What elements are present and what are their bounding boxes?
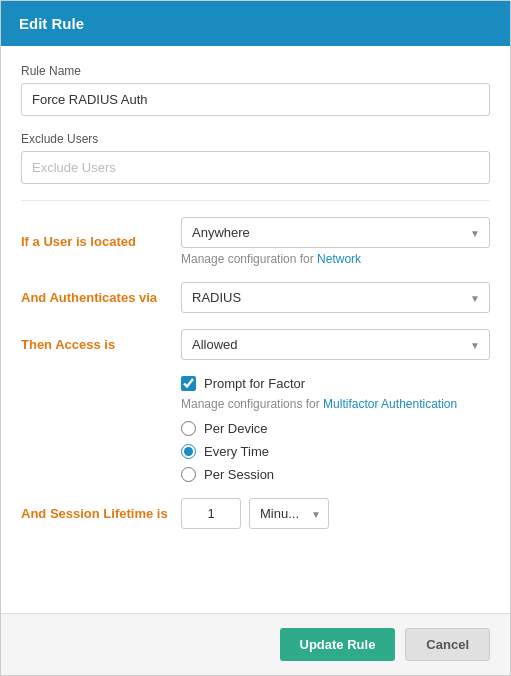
per-session-radio[interactable]	[181, 467, 196, 482]
authenticates-select-wrapper: RADIUS	[181, 282, 490, 313]
update-rule-button[interactable]: Update Rule	[280, 628, 396, 661]
frequency-radio-group: Per Device Every Time Per Session	[181, 421, 490, 482]
session-lifetime-content: Minu... Hours Days	[181, 498, 490, 529]
session-controls: Minu... Hours Days	[181, 498, 490, 529]
edit-rule-modal: Edit Rule Rule Name Exclude Users If a U…	[0, 0, 511, 676]
access-label: Then Access is	[21, 337, 181, 352]
session-unit-select-wrapper: Minu... Hours Days	[249, 498, 329, 529]
prompt-factor-checkbox[interactable]	[181, 376, 196, 391]
access-select[interactable]: Allowed	[181, 329, 490, 360]
rule-name-input[interactable]	[21, 83, 490, 116]
network-link[interactable]: Network	[317, 252, 361, 266]
exclude-users-label: Exclude Users	[21, 132, 490, 146]
authenticates-label: And Authenticates via	[21, 290, 181, 305]
exclude-users-group: Exclude Users	[21, 132, 490, 184]
user-located-select-wrapper: Anywhere	[181, 217, 490, 248]
modal-body: Rule Name Exclude Users If a User is loc…	[1, 46, 510, 613]
rule-name-label: Rule Name	[21, 64, 490, 78]
authenticates-row: And Authenticates via RADIUS	[21, 282, 490, 313]
manage-mfa-text: Manage configurations for	[181, 397, 320, 411]
prompt-factor-section: Prompt for Factor Manage configurations …	[181, 376, 490, 482]
manage-mfa-link-row: Manage configurations for Multifactor Au…	[181, 397, 490, 411]
modal-header: Edit Rule	[1, 1, 510, 46]
access-select-wrapper: Allowed	[181, 329, 490, 360]
every-time-radio[interactable]	[181, 444, 196, 459]
access-content: Allowed	[181, 329, 490, 360]
per-device-radio[interactable]	[181, 421, 196, 436]
session-lifetime-input[interactable]	[181, 498, 241, 529]
prompt-factor-row: Prompt for Factor	[181, 376, 490, 391]
prompt-factor-label: Prompt for Factor	[204, 376, 305, 391]
user-located-label: If a User is located	[21, 234, 181, 249]
authenticates-select[interactable]: RADIUS	[181, 282, 490, 313]
per-device-row: Per Device	[181, 421, 490, 436]
user-located-select[interactable]: Anywhere	[181, 217, 490, 248]
authenticates-content: RADIUS	[181, 282, 490, 313]
rule-name-group: Rule Name	[21, 64, 490, 116]
divider-1	[21, 200, 490, 201]
session-unit-select[interactable]: Minu... Hours Days	[249, 498, 329, 529]
per-session-row: Per Session	[181, 467, 490, 482]
mfa-link[interactable]: Multifactor Authentication	[323, 397, 457, 411]
user-located-content: Anywhere Manage configuration for Networ…	[181, 217, 490, 266]
exclude-users-input[interactable]	[21, 151, 490, 184]
modal-footer: Update Rule Cancel	[1, 613, 510, 675]
session-lifetime-label: And Session Lifetime is	[21, 506, 181, 521]
session-lifetime-row: And Session Lifetime is Minu... Hours Da…	[21, 498, 490, 529]
per-session-label: Per Session	[204, 467, 274, 482]
manage-network-link-row: Manage configuration for Network	[181, 252, 490, 266]
cancel-button[interactable]: Cancel	[405, 628, 490, 661]
manage-network-text: Manage configuration for	[181, 252, 314, 266]
access-row: Then Access is Allowed	[21, 329, 490, 360]
every-time-row: Every Time	[181, 444, 490, 459]
every-time-label: Every Time	[204, 444, 269, 459]
modal-title: Edit Rule	[19, 15, 84, 32]
per-device-label: Per Device	[204, 421, 268, 436]
user-located-row: If a User is located Anywhere Manage con…	[21, 217, 490, 266]
